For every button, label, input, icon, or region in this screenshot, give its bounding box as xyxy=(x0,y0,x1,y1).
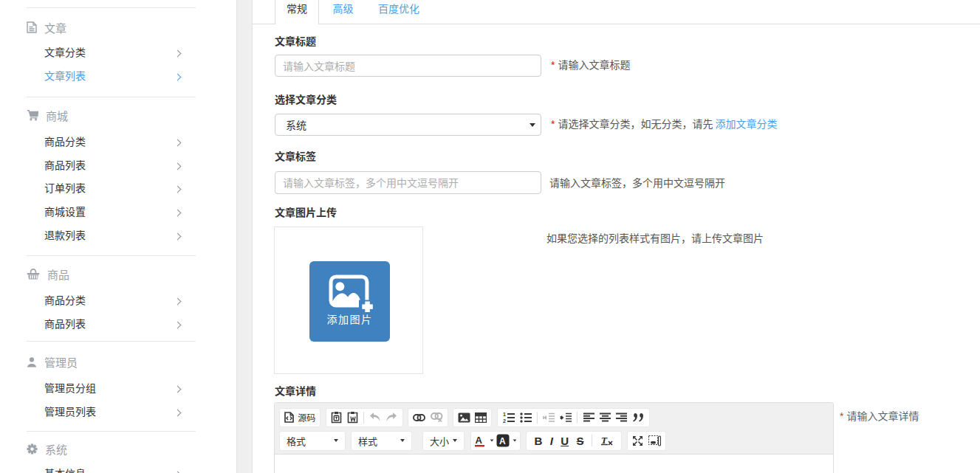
svg-text:T: T xyxy=(601,435,608,446)
svg-text:2: 2 xyxy=(503,418,506,423)
svg-text:A: A xyxy=(475,435,482,446)
svg-text:1: 1 xyxy=(503,412,506,417)
svg-text:A: A xyxy=(499,436,506,446)
